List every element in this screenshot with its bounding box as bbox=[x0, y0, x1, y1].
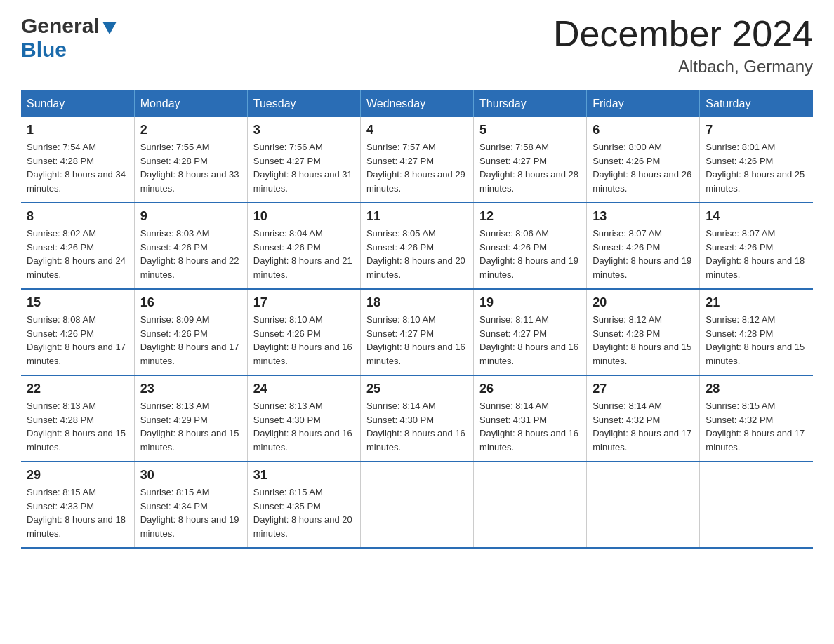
calendar-cell: 22 Sunrise: 8:13 AMSunset: 4:28 PMDaylig… bbox=[21, 375, 134, 462]
day-number: 21 bbox=[706, 295, 807, 310]
day-number: 11 bbox=[366, 209, 468, 224]
calendar-location: Altbach, Germany bbox=[553, 57, 813, 76]
calendar-cell: 12 Sunrise: 8:06 AMSunset: 4:26 PMDaylig… bbox=[474, 203, 587, 289]
calendar-cell: 6 Sunrise: 8:00 AMSunset: 4:26 PMDayligh… bbox=[587, 117, 700, 203]
day-number: 23 bbox=[140, 382, 241, 396]
calendar-cell: 5 Sunrise: 7:58 AMSunset: 4:27 PMDayligh… bbox=[474, 117, 587, 203]
day-number: 13 bbox=[593, 209, 694, 224]
calendar-cell: 1 Sunrise: 7:54 AMSunset: 4:28 PMDayligh… bbox=[21, 117, 134, 203]
day-info: Sunrise: 8:07 AMSunset: 4:26 PMDaylight:… bbox=[593, 228, 691, 280]
day-number: 24 bbox=[253, 382, 355, 396]
calendar-cell: 25 Sunrise: 8:14 AMSunset: 4:30 PMDaylig… bbox=[360, 375, 473, 462]
day-number: 27 bbox=[593, 382, 694, 396]
calendar-week-2: 8 Sunrise: 8:02 AMSunset: 4:26 PMDayligh… bbox=[21, 203, 813, 289]
day-number: 7 bbox=[706, 123, 807, 137]
day-info: Sunrise: 8:09 AMSunset: 4:26 PMDaylight:… bbox=[140, 314, 239, 366]
calendar-cell: 24 Sunrise: 8:13 AMSunset: 4:30 PMDaylig… bbox=[247, 375, 360, 462]
day-info: Sunrise: 8:13 AMSunset: 4:28 PMDaylight:… bbox=[27, 401, 126, 452]
calendar-cell bbox=[360, 462, 473, 548]
day-info: Sunrise: 8:12 AMSunset: 4:28 PMDaylight:… bbox=[706, 314, 805, 366]
calendar-cell: 13 Sunrise: 8:07 AMSunset: 4:26 PMDaylig… bbox=[587, 203, 700, 289]
calendar-cell: 17 Sunrise: 8:10 AMSunset: 4:26 PMDaylig… bbox=[247, 289, 360, 375]
calendar-cell: 3 Sunrise: 7:56 AMSunset: 4:27 PMDayligh… bbox=[247, 117, 360, 203]
header-day-tuesday: Tuesday bbox=[247, 90, 360, 117]
day-info: Sunrise: 8:15 AMSunset: 4:35 PMDaylight:… bbox=[253, 487, 352, 539]
day-info: Sunrise: 7:55 AMSunset: 4:28 PMDaylight:… bbox=[140, 142, 239, 194]
calendar-cell: 14 Sunrise: 8:07 AMSunset: 4:26 PMDaylig… bbox=[700, 203, 813, 289]
calendar-cell: 8 Sunrise: 8:02 AMSunset: 4:26 PMDayligh… bbox=[21, 203, 134, 289]
calendar-cell: 18 Sunrise: 8:10 AMSunset: 4:27 PMDaylig… bbox=[360, 289, 473, 375]
day-info: Sunrise: 8:15 AMSunset: 4:32 PMDaylight:… bbox=[706, 401, 805, 452]
day-info: Sunrise: 8:14 AMSunset: 4:30 PMDaylight:… bbox=[366, 401, 465, 452]
day-number: 19 bbox=[479, 295, 581, 310]
calendar-cell: 28 Sunrise: 8:15 AMSunset: 4:32 PMDaylig… bbox=[700, 375, 813, 462]
page-header: General Blue December 2024 Altbach, Germ… bbox=[21, 14, 813, 76]
calendar-cell: 11 Sunrise: 8:05 AMSunset: 4:26 PMDaylig… bbox=[360, 203, 473, 289]
day-number: 9 bbox=[140, 209, 241, 224]
calendar-week-4: 22 Sunrise: 8:13 AMSunset: 4:28 PMDaylig… bbox=[21, 375, 813, 462]
logo-general-text: General bbox=[21, 14, 100, 38]
day-info: Sunrise: 8:12 AMSunset: 4:28 PMDaylight:… bbox=[593, 314, 691, 366]
day-number: 1 bbox=[27, 123, 128, 137]
calendar-cell: 16 Sunrise: 8:09 AMSunset: 4:26 PMDaylig… bbox=[134, 289, 247, 375]
day-number: 28 bbox=[706, 382, 807, 396]
calendar-week-5: 29 Sunrise: 8:15 AMSunset: 4:33 PMDaylig… bbox=[21, 462, 813, 548]
day-number: 3 bbox=[253, 123, 355, 137]
day-number: 4 bbox=[366, 123, 468, 137]
day-number: 16 bbox=[140, 295, 241, 310]
calendar-header: SundayMondayTuesdayWednesdayThursdayFrid… bbox=[21, 90, 813, 117]
day-number: 2 bbox=[140, 123, 241, 137]
header-day-thursday: Thursday bbox=[474, 90, 587, 117]
calendar-body: 1 Sunrise: 7:54 AMSunset: 4:28 PMDayligh… bbox=[21, 117, 813, 548]
day-number: 31 bbox=[253, 468, 355, 483]
calendar-cell: 7 Sunrise: 8:01 AMSunset: 4:26 PMDayligh… bbox=[700, 117, 813, 203]
calendar-cell: 9 Sunrise: 8:03 AMSunset: 4:26 PMDayligh… bbox=[134, 203, 247, 289]
day-info: Sunrise: 8:15 AMSunset: 4:33 PMDaylight:… bbox=[27, 487, 126, 539]
logo: General Blue bbox=[21, 14, 117, 62]
calendar-cell: 26 Sunrise: 8:14 AMSunset: 4:31 PMDaylig… bbox=[474, 375, 587, 462]
header-day-saturday: Saturday bbox=[700, 90, 813, 117]
day-info: Sunrise: 8:07 AMSunset: 4:26 PMDaylight:… bbox=[706, 228, 805, 280]
header-day-monday: Monday bbox=[134, 90, 247, 117]
day-info: Sunrise: 8:15 AMSunset: 4:34 PMDaylight:… bbox=[140, 487, 239, 539]
day-info: Sunrise: 7:57 AMSunset: 4:27 PMDaylight:… bbox=[366, 142, 465, 194]
day-number: 30 bbox=[140, 468, 241, 483]
calendar-cell bbox=[474, 462, 587, 548]
calendar-cell: 23 Sunrise: 8:13 AMSunset: 4:29 PMDaylig… bbox=[134, 375, 247, 462]
day-number: 22 bbox=[27, 382, 128, 396]
calendar-table: SundayMondayTuesdayWednesdayThursdayFrid… bbox=[21, 90, 813, 549]
day-number: 8 bbox=[27, 209, 128, 224]
day-info: Sunrise: 8:00 AMSunset: 4:26 PMDaylight:… bbox=[593, 142, 691, 194]
calendar-title: December 2024 bbox=[553, 14, 813, 54]
day-info: Sunrise: 8:03 AMSunset: 4:26 PMDaylight:… bbox=[140, 228, 239, 280]
header-day-sunday: Sunday bbox=[21, 90, 134, 117]
day-info: Sunrise: 8:13 AMSunset: 4:30 PMDaylight:… bbox=[253, 401, 352, 452]
day-info: Sunrise: 8:08 AMSunset: 4:26 PMDaylight:… bbox=[27, 314, 126, 366]
calendar-cell: 19 Sunrise: 8:11 AMSunset: 4:27 PMDaylig… bbox=[474, 289, 587, 375]
day-info: Sunrise: 8:11 AMSunset: 4:27 PMDaylight:… bbox=[479, 314, 578, 366]
day-info: Sunrise: 8:02 AMSunset: 4:26 PMDaylight:… bbox=[27, 228, 126, 280]
day-info: Sunrise: 7:56 AMSunset: 4:27 PMDaylight:… bbox=[253, 142, 352, 194]
day-info: Sunrise: 7:58 AMSunset: 4:27 PMDaylight:… bbox=[479, 142, 578, 194]
logo-blue-text: Blue bbox=[21, 38, 67, 61]
day-number: 5 bbox=[479, 123, 581, 137]
day-info: Sunrise: 8:10 AMSunset: 4:26 PMDaylight:… bbox=[253, 314, 352, 366]
day-info: Sunrise: 7:54 AMSunset: 4:28 PMDaylight:… bbox=[27, 142, 126, 194]
logo-triangle-icon bbox=[102, 22, 117, 34]
calendar-cell: 10 Sunrise: 8:04 AMSunset: 4:26 PMDaylig… bbox=[247, 203, 360, 289]
calendar-cell: 31 Sunrise: 8:15 AMSunset: 4:35 PMDaylig… bbox=[247, 462, 360, 548]
day-number: 10 bbox=[253, 209, 355, 224]
calendar-cell: 20 Sunrise: 8:12 AMSunset: 4:28 PMDaylig… bbox=[587, 289, 700, 375]
calendar-cell: 27 Sunrise: 8:14 AMSunset: 4:32 PMDaylig… bbox=[587, 375, 700, 462]
day-info: Sunrise: 8:14 AMSunset: 4:32 PMDaylight:… bbox=[593, 401, 691, 452]
header-row: SundayMondayTuesdayWednesdayThursdayFrid… bbox=[21, 90, 813, 117]
calendar-week-1: 1 Sunrise: 7:54 AMSunset: 4:28 PMDayligh… bbox=[21, 117, 813, 203]
calendar-week-3: 15 Sunrise: 8:08 AMSunset: 4:26 PMDaylig… bbox=[21, 289, 813, 375]
day-info: Sunrise: 8:13 AMSunset: 4:29 PMDaylight:… bbox=[140, 401, 239, 452]
day-info: Sunrise: 8:05 AMSunset: 4:26 PMDaylight:… bbox=[366, 228, 465, 280]
header-day-friday: Friday bbox=[587, 90, 700, 117]
calendar-cell bbox=[587, 462, 700, 548]
day-number: 26 bbox=[479, 382, 581, 396]
day-number: 25 bbox=[366, 382, 468, 396]
day-number: 18 bbox=[366, 295, 468, 310]
